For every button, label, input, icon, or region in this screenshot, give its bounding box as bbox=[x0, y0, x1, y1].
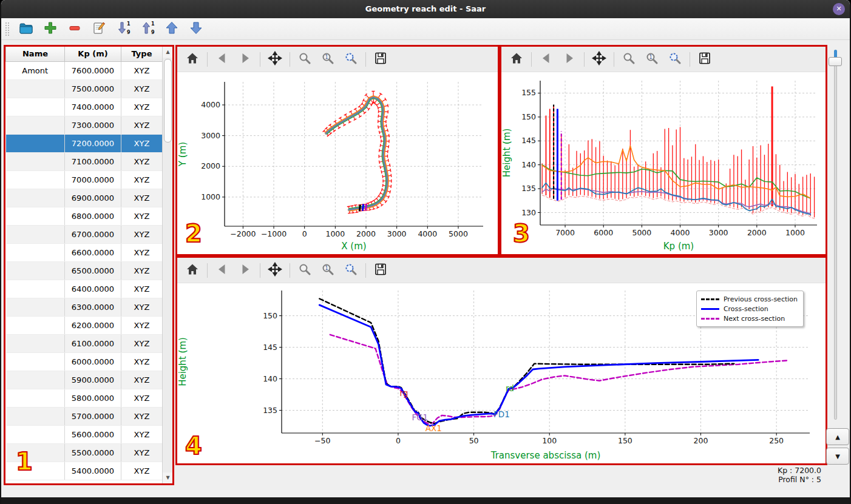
table-row[interactable]: 5400.0000XYZ bbox=[6, 462, 163, 480]
table-cell[interactable] bbox=[6, 243, 65, 261]
sort-descending-button[interactable]: 19 bbox=[115, 21, 132, 38]
home-button[interactable] bbox=[182, 261, 203, 280]
table-row[interactable]: 6600.0000XYZ bbox=[6, 243, 163, 261]
home-button[interactable] bbox=[506, 50, 527, 69]
table-cell[interactable] bbox=[6, 316, 65, 334]
table-cell[interactable]: XYZ bbox=[121, 334, 163, 352]
table-row[interactable]: 5700.0000XYZ bbox=[6, 407, 163, 425]
table-cell[interactable] bbox=[6, 425, 65, 443]
open-reach-button[interactable] bbox=[18, 21, 35, 38]
table-cell[interactable]: 7400.0000 bbox=[65, 98, 121, 116]
forward-button[interactable] bbox=[235, 261, 256, 280]
move-up-button[interactable] bbox=[163, 21, 180, 38]
scroll-down-button[interactable]: ▼ bbox=[163, 472, 172, 483]
profile-up-button[interactable]: ▲ bbox=[826, 428, 849, 445]
table-cell[interactable] bbox=[6, 207, 65, 225]
pan-button[interactable] bbox=[589, 50, 609, 69]
table-cell[interactable]: 7500.0000 bbox=[65, 79, 121, 98]
table-row[interactable]: 7000.0000XYZ bbox=[6, 170, 163, 189]
table-cell[interactable] bbox=[6, 298, 65, 316]
table-row[interactable]: 6500.0000XYZ bbox=[6, 261, 163, 280]
table-cell[interactable]: XYZ bbox=[121, 243, 163, 261]
header-kp[interactable]: Kp (m) bbox=[65, 47, 121, 61]
table-row[interactable]: 6700.0000XYZ bbox=[6, 225, 163, 243]
table-row[interactable]: 6200.0000XYZ bbox=[6, 316, 163, 334]
move-down-button[interactable] bbox=[188, 21, 205, 38]
table-cell[interactable] bbox=[6, 407, 65, 425]
table-cell[interactable] bbox=[6, 79, 65, 98]
table-cell[interactable]: 6900.0000 bbox=[65, 189, 121, 207]
table-cell[interactable]: XYZ bbox=[121, 425, 163, 443]
table-cell[interactable] bbox=[6, 352, 65, 371]
table-cell[interactable] bbox=[6, 462, 65, 480]
remove-profile-button[interactable] bbox=[66, 21, 83, 38]
table-cell[interactable]: XYZ bbox=[121, 152, 163, 170]
table-cell[interactable] bbox=[6, 225, 65, 243]
table-cell[interactable]: XYZ bbox=[121, 261, 163, 280]
zoom-one-button[interactable]: 1 bbox=[642, 50, 662, 69]
pan-button[interactable] bbox=[265, 261, 285, 280]
table-row[interactable]: 7500.0000XYZ bbox=[6, 79, 163, 98]
add-profile-button[interactable] bbox=[42, 21, 59, 38]
back-button[interactable] bbox=[536, 50, 557, 69]
scrollbar-thumb[interactable] bbox=[164, 59, 172, 143]
toolbar-grip[interactable] bbox=[5, 22, 9, 36]
close-button[interactable]: ✕ bbox=[833, 3, 845, 15]
back-button[interactable] bbox=[212, 50, 232, 69]
table-cell[interactable]: XYZ bbox=[121, 352, 163, 371]
edit-profile-button[interactable] bbox=[90, 21, 107, 38]
table-cell[interactable]: XYZ bbox=[121, 170, 163, 189]
table-cell[interactable] bbox=[6, 443, 65, 462]
table-cell[interactable] bbox=[6, 334, 65, 352]
save-button[interactable] bbox=[370, 261, 391, 280]
table-row[interactable]: 7300.0000XYZ bbox=[6, 116, 163, 134]
table-cell[interactable] bbox=[6, 152, 65, 170]
save-button[interactable] bbox=[694, 50, 715, 69]
zoom-reset-button[interactable] bbox=[341, 50, 361, 69]
table-row[interactable]: 7200.0000XYZ bbox=[6, 134, 163, 152]
table-cell[interactable] bbox=[6, 371, 65, 389]
table-cell[interactable]: 5900.0000 bbox=[65, 371, 121, 389]
table-cell[interactable]: 6500.0000 bbox=[65, 261, 121, 280]
table-cell[interactable] bbox=[6, 98, 65, 116]
table-row[interactable]: 7100.0000XYZ bbox=[6, 152, 163, 170]
table-row[interactable]: 5500.0000XYZ bbox=[6, 443, 163, 462]
home-button[interactable] bbox=[182, 50, 203, 69]
table-cell[interactable]: 7000.0000 bbox=[65, 170, 121, 189]
table-row[interactable]: 6900.0000XYZ bbox=[6, 189, 163, 207]
forward-button[interactable] bbox=[235, 50, 256, 69]
table-cell[interactable]: 7100.0000 bbox=[65, 152, 121, 170]
table-cell[interactable]: 6800.0000 bbox=[65, 207, 121, 225]
sort-ascending-button[interactable]: 19 bbox=[139, 21, 156, 38]
zoom-one-button[interactable]: 1 bbox=[317, 261, 338, 280]
zoom-reset-button[interactable] bbox=[341, 261, 361, 280]
table-cell[interactable]: 7300.0000 bbox=[65, 116, 121, 134]
pan-button[interactable] bbox=[265, 50, 285, 69]
profile-slider-track[interactable] bbox=[834, 50, 837, 420]
table-cell[interactable]: XYZ bbox=[121, 189, 163, 207]
table-row[interactable]: 6800.0000XYZ bbox=[6, 207, 163, 225]
table-cell[interactable]: 6200.0000 bbox=[65, 316, 121, 334]
table-cell[interactable]: 6400.0000 bbox=[65, 280, 121, 298]
table-cell[interactable]: 5500.0000 bbox=[65, 443, 121, 462]
table-cell[interactable]: XYZ bbox=[121, 61, 163, 79]
table-cell[interactable] bbox=[6, 170, 65, 189]
longitudinal-profile-plot[interactable]: 7000600050004000300020001000130135140145… bbox=[501, 72, 826, 254]
table-cell[interactable]: 6000.0000 bbox=[65, 352, 121, 371]
zoom-button[interactable] bbox=[294, 50, 315, 69]
scroll-up-button[interactable]: ▲ bbox=[163, 47, 172, 58]
table-cell[interactable]: XYZ bbox=[121, 207, 163, 225]
zoom-button[interactable] bbox=[619, 50, 639, 69]
back-button[interactable] bbox=[212, 261, 232, 280]
table-cell[interactable]: 6100.0000 bbox=[65, 334, 121, 352]
table-cell[interactable]: XYZ bbox=[121, 225, 163, 243]
table-cell[interactable]: XYZ bbox=[121, 116, 163, 134]
table-cell[interactable]: XYZ bbox=[121, 407, 163, 425]
profile-down-button[interactable]: ▼ bbox=[826, 448, 849, 465]
table-cell[interactable]: 5700.0000 bbox=[65, 407, 121, 425]
table-cell[interactable]: XYZ bbox=[121, 389, 163, 407]
table-cell[interactable] bbox=[6, 189, 65, 207]
table-cell[interactable] bbox=[6, 389, 65, 407]
table-cell[interactable]: 6300.0000 bbox=[65, 298, 121, 316]
table-row[interactable]: 6000.0000XYZ bbox=[6, 352, 163, 371]
